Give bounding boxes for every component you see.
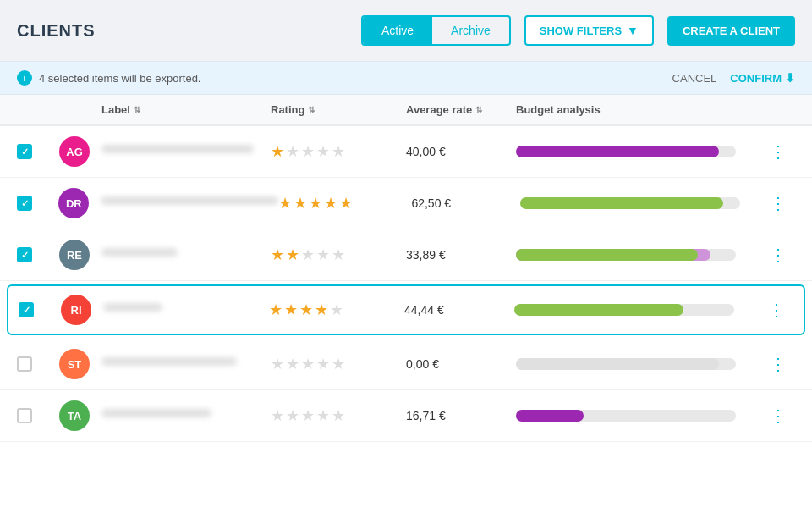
table-container: Label ⇅ Rating ⇅ Average rate ⇅ Budget a… xyxy=(0,95,812,508)
star-4: ★ xyxy=(315,301,328,319)
star-5: ★ xyxy=(332,406,345,425)
budget-bar-fill xyxy=(516,146,719,157)
rating-cell: ★★★★★ xyxy=(271,142,406,161)
actions-cell[interactable]: ⋮ xyxy=(760,300,793,320)
avg-rate-cell: 16,71 € xyxy=(406,409,516,422)
row-checkbox[interactable] xyxy=(17,356,32,372)
budget-bar-fill xyxy=(516,410,584,422)
star-4: ★ xyxy=(316,406,330,425)
actions-cell[interactable]: ⋮ xyxy=(762,193,795,213)
client-label xyxy=(102,409,211,417)
star-5: ★ xyxy=(330,301,343,319)
row-checkbox[interactable] xyxy=(17,196,32,211)
label-cell xyxy=(102,248,271,262)
page: CLIENTS Active Archive SHOW FILTERS ▼ CR… xyxy=(0,0,812,508)
label-col-text: Label xyxy=(102,103,130,116)
rating-cell: ★★★★★ xyxy=(269,301,404,319)
label-cell xyxy=(102,409,271,422)
tab-active[interactable]: Active xyxy=(363,17,432,44)
row-checkbox[interactable] xyxy=(17,247,32,262)
tab-archive[interactable]: Archive xyxy=(432,17,509,44)
checkbox-cell xyxy=(17,408,59,423)
checkbox-cell xyxy=(17,356,59,372)
checkbox-cell xyxy=(17,247,59,262)
rating-cell: ★★★★★ xyxy=(271,355,406,373)
budget-bar-bg xyxy=(516,249,736,261)
export-info: i 4 selected items will be exported. xyxy=(17,70,672,86)
budget-cell xyxy=(516,146,761,157)
star-2: ★ xyxy=(284,301,298,319)
budget-cell xyxy=(516,410,761,422)
more-icon[interactable]: ⋮ xyxy=(770,193,787,213)
info-icon: i xyxy=(17,70,32,86)
star-4: ★ xyxy=(316,142,330,161)
more-icon[interactable]: ⋮ xyxy=(770,354,787,374)
avg-rate-cell: 62,50 € xyxy=(411,196,519,210)
more-icon[interactable]: ⋮ xyxy=(770,245,787,265)
client-label xyxy=(102,357,237,366)
actions-cell[interactable]: ⋮ xyxy=(761,245,795,265)
table-row: RI ★★★★★ 44,44 € ⋮ xyxy=(7,284,805,335)
show-filters-button[interactable]: SHOW FILTERS ▼ xyxy=(524,15,654,46)
star-4: ★ xyxy=(316,246,330,264)
row-checkbox[interactable] xyxy=(17,144,32,159)
header-avg-col[interactable]: Average rate ⇅ xyxy=(406,103,516,116)
header-label-col[interactable]: Label ⇅ xyxy=(102,103,271,116)
rating-col-text: Rating xyxy=(271,103,304,116)
budget-bar-bg xyxy=(516,410,736,422)
star-3: ★ xyxy=(301,142,315,161)
more-icon[interactable]: ⋮ xyxy=(768,300,785,320)
more-icon[interactable]: ⋮ xyxy=(770,406,787,426)
rows-wrapper: AG ★★★★★ 40,00 € ⋮ DR ★★★★★ xyxy=(0,126,812,442)
actions-cell[interactable]: ⋮ xyxy=(761,141,795,162)
budget-bar-fill xyxy=(516,249,698,261)
rating-cell: ★★★★★ xyxy=(278,194,412,213)
avatar: DR xyxy=(58,188,89,218)
checkbox-cell xyxy=(17,144,59,159)
table-row: AG ★★★★★ 40,00 € ⋮ xyxy=(0,126,812,178)
star-3: ★ xyxy=(309,194,322,213)
avatar: ST xyxy=(59,349,90,379)
star-1: ★ xyxy=(269,301,283,319)
budget-bar-fill xyxy=(520,197,723,209)
avatar-cell: RE xyxy=(59,240,102,270)
tab-group: Active Archive xyxy=(361,15,511,46)
row-checkbox[interactable] xyxy=(17,408,32,423)
star-2: ★ xyxy=(286,406,299,425)
actions-cell[interactable]: ⋮ xyxy=(761,406,795,426)
budget-cell xyxy=(516,249,761,261)
budget-col-text: Budget analysis xyxy=(516,103,601,116)
table-header: Label ⇅ Rating ⇅ Average rate ⇅ Budget a… xyxy=(0,95,812,126)
show-filters-label: SHOW FILTERS xyxy=(540,25,622,37)
avg-rate-cell: 0,00 € xyxy=(406,357,516,371)
avatar: TA xyxy=(59,400,90,431)
star-1: ★ xyxy=(271,406,284,425)
confirm-button[interactable]: CONFIRM ⬇ xyxy=(730,71,795,85)
table-row: ST ★★★★★ 0,00 € ⋮ xyxy=(0,339,812,390)
row-checkbox[interactable] xyxy=(19,302,34,318)
star-1: ★ xyxy=(278,194,292,213)
filter-icon: ▼ xyxy=(627,24,639,37)
client-label xyxy=(103,303,162,312)
budget-cell xyxy=(516,358,761,370)
avg-rate-cell: 40,00 € xyxy=(406,145,516,158)
avatar: RE xyxy=(59,240,90,270)
header-rating-col[interactable]: Rating ⇅ xyxy=(271,103,406,116)
actions-cell[interactable]: ⋮ xyxy=(761,354,795,374)
cancel-button[interactable]: CANCEL xyxy=(672,72,717,85)
export-bar: i 4 selected items will be exported. CAN… xyxy=(0,61,812,95)
budget-cell xyxy=(514,304,760,316)
avatar-cell: ST xyxy=(59,349,102,379)
star-5: ★ xyxy=(339,194,353,213)
label-cell xyxy=(101,196,278,210)
star-1: ★ xyxy=(271,246,284,264)
create-client-button[interactable]: CREATE A CLIENT xyxy=(667,16,795,46)
star-3: ★ xyxy=(299,301,313,319)
avg-rate-cell: 33,89 € xyxy=(406,248,516,262)
more-icon[interactable]: ⋮ xyxy=(770,141,787,162)
budget-bar-bg xyxy=(516,146,736,157)
star-2: ★ xyxy=(286,355,299,373)
star-5: ★ xyxy=(332,142,345,161)
client-label xyxy=(102,248,178,257)
avatar-cell: RI xyxy=(61,295,103,325)
